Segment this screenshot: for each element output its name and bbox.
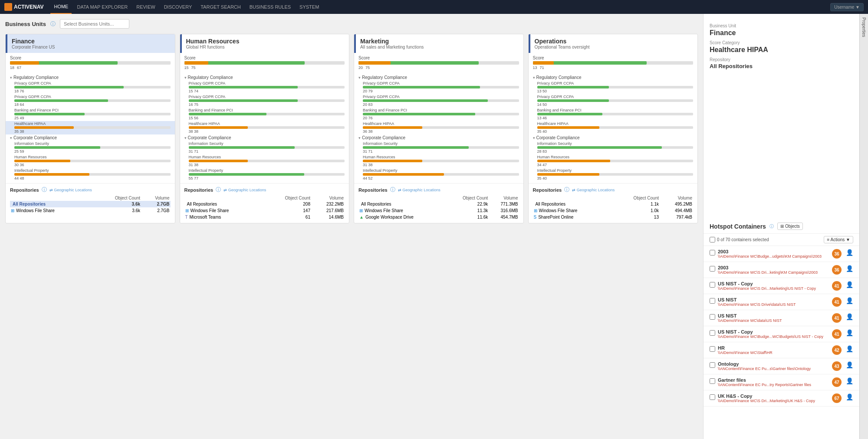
- category-label-marketing-0: ▾ Regulatory Compliance: [358, 75, 519, 80]
- person-icon-5[interactable]: 👤: [846, 329, 853, 336]
- nav-discovery[interactable]: DISCOVERY: [161, 0, 196, 14]
- col-name-marketing: [358, 195, 446, 201]
- repo-row-hr-2[interactable]: TMicrosoft Teams 61 14.6MB: [184, 214, 345, 220]
- repo-row-marketing-0[interactable]: All Repositories 22.9k 771.3MB: [358, 201, 519, 207]
- person-icon-3[interactable]: 👤: [846, 297, 853, 304]
- score-bar-marketing: [358, 61, 519, 65]
- actions-button[interactable]: ≡ Actions ▼: [824, 236, 853, 243]
- expand-icon-hr-1[interactable]: ▾: [184, 136, 187, 140]
- nav-review[interactable]: REVIEW: [133, 0, 158, 14]
- expand-icon-marketing-1[interactable]: ▾: [358, 136, 361, 140]
- objects-button[interactable]: ⊞ Objects: [777, 223, 803, 230]
- repo-row-hr-1[interactable]: ⊞Windows File Share 147 217.6MB: [184, 207, 345, 214]
- nav-data-map[interactable]: DATA MAP EXPLORER: [73, 0, 131, 14]
- hotspot-item: 2003 \\AIDemo\Finance WC\S Dri...keting\…: [704, 262, 859, 278]
- hotspot-checkbox-4[interactable]: [710, 314, 715, 320]
- person-icon-6[interactable]: 👤: [846, 345, 853, 352]
- geo-link-marketing[interactable]: ⇄ Geographic Locations: [398, 188, 441, 192]
- repo-row-marketing-2[interactable]: ▲Google Workspace Drive 11.6k 454.7MB: [358, 214, 519, 220]
- hotspot-checkbox-5[interactable]: [710, 330, 715, 336]
- repo-row-marketing-1[interactable]: ⊞Windows File Share 11.3k 316.6MB: [358, 207, 519, 214]
- person-icon-2[interactable]: 👤: [846, 281, 853, 288]
- sub-bar-marketing-1-0: [363, 146, 519, 149]
- hotspot-info-7: Ontology \\ANContent\Finance EC Pu...s\G…: [718, 361, 829, 371]
- properties-tab[interactable]: Properties: [859, 14, 868, 439]
- sub-bar-hr-1-0: [189, 146, 345, 149]
- hotspot-item: US NIST \\AIDemo\Finance WC\S Drive\data…: [704, 294, 859, 310]
- hotspot-checkbox-1[interactable]: [710, 266, 715, 272]
- hotspot-badge-0: 36: [832, 249, 842, 259]
- repos-header-marketing: Repositories ⓘ ⇄ Geographic Locations: [358, 186, 519, 193]
- col-count-hr: Object Count: [264, 195, 311, 201]
- card-operations: Operations Operational Teams oversight S…: [528, 34, 698, 223]
- hotspot-path-7: \\ANContent\Finance EC Pu...s\Gartner fi…: [718, 367, 829, 371]
- select-all-checkbox[interactable]: [710, 237, 715, 242]
- hotspot-checkbox-2[interactable]: [710, 282, 715, 288]
- bu-info-icon[interactable]: ⓘ: [50, 20, 56, 28]
- category-label-finance-1: ▾ Corporate Compliance: [10, 135, 171, 140]
- person-icon-9[interactable]: 👤: [846, 393, 853, 400]
- sub-row-hr-0-0: Privacy GDPR CCPA 15 74: [180, 81, 349, 94]
- card-header-hr[interactable]: Human Resources Global HR functions: [180, 34, 349, 53]
- person-icon-0[interactable]: 👤: [846, 249, 853, 256]
- repo-row-operations-0[interactable]: All Repositories 1.1k 495.2MB: [533, 201, 694, 207]
- expand-icon-marketing-0[interactable]: ▾: [358, 75, 361, 80]
- sub-nums-hr-0-1: 16 75: [189, 102, 345, 107]
- sub-bar-marketing-1-1: [363, 160, 519, 162]
- expand-icon-operations-0[interactable]: ▾: [533, 75, 535, 80]
- hotspot-checkbox-3[interactable]: [710, 298, 715, 304]
- hotspot-badge-9: 67: [832, 393, 842, 403]
- hotspot-checkbox-6[interactable]: [710, 346, 715, 352]
- sub-nums-finance-1-0: 25 59: [14, 149, 171, 154]
- repo-row-hr-0[interactable]: All Repositories 208 232.2MB: [184, 201, 345, 207]
- hotspot-checkbox-0[interactable]: [710, 250, 715, 256]
- nav-home[interactable]: HOME: [50, 0, 72, 14]
- sub-row-hr-1-0: Information Security 31 71: [180, 141, 349, 154]
- repo-row-finance-0[interactable]: All Repositories 3.6k 2.7GB: [10, 201, 171, 207]
- expand-icon-operations-1[interactable]: ▾: [533, 136, 535, 140]
- user-button[interactable]: Username ▼: [830, 3, 864, 11]
- repo-row-finance-1[interactable]: ⊞Windows File Share 3.6k 2.7GB: [10, 207, 171, 214]
- repos-info-icon-hr[interactable]: ⓘ: [216, 186, 221, 193]
- sub-row-marketing-1-0: Information Security 31 71: [354, 141, 523, 154]
- sub-label-hr-0-1: Privacy GDPR CCPA: [189, 95, 345, 99]
- nav-business-rules[interactable]: BUSINESS RULES: [246, 0, 294, 14]
- repos-info-icon-finance[interactable]: ⓘ: [42, 186, 47, 193]
- sub-label-marketing-1-1: Human Resources: [363, 155, 519, 159]
- repos-table-marketing: Object Count Volume All Repositories 22.…: [358, 195, 519, 220]
- sub-row-marketing-0-2: Banking and Finance PCI 20 76: [354, 108, 523, 121]
- repos-info-icon-operations[interactable]: ⓘ: [564, 186, 569, 193]
- brand-icon: [4, 3, 12, 11]
- sub-row-marketing-1-1: Human Resources 31 38: [354, 154, 523, 168]
- geo-link-finance[interactable]: ⇄ Geographic Locations: [49, 188, 92, 192]
- card-header-marketing[interactable]: Marketing All sales and Marketing functi…: [354, 34, 523, 53]
- repo-row-operations-1[interactable]: ⊞Windows File Share 1.0k 494.4MB: [533, 207, 694, 214]
- score-label-marketing: Score: [358, 56, 519, 60]
- expand-icon-finance-0[interactable]: ▾: [10, 75, 12, 80]
- hotspot-title: Hotspot Containers: [710, 223, 766, 230]
- hotspot-checkbox-9[interactable]: [710, 394, 715, 400]
- col-name-finance: [10, 195, 92, 201]
- geo-link-hr[interactable]: ⇄ Geographic Locations: [224, 188, 266, 192]
- repos-info-icon-marketing[interactable]: ⓘ: [390, 186, 395, 193]
- geo-link-operations[interactable]: ⇄ Geographic Locations: [572, 188, 615, 192]
- hotspot-info-icon[interactable]: ⓘ: [769, 223, 774, 229]
- card-header-finance[interactable]: Finance Corporate Finance US: [6, 34, 175, 53]
- nav-target-search[interactable]: TARGET SEARCH: [197, 0, 244, 14]
- sub-bar-finance-1-1: [14, 160, 171, 162]
- sub-bar-operations-0-0: [537, 86, 694, 88]
- hotspot-checkbox-8[interactable]: [710, 378, 715, 384]
- card-header-operations[interactable]: Operations Operational Teams oversight: [529, 34, 698, 53]
- person-icon-4[interactable]: 👤: [846, 313, 853, 320]
- nav-system[interactable]: SYSTEM: [296, 0, 322, 14]
- bu-select-input[interactable]: [60, 19, 129, 29]
- expand-icon-finance-1[interactable]: ▾: [10, 136, 12, 140]
- hotspot-checkbox-7[interactable]: [710, 362, 715, 368]
- person-icon-8[interactable]: 👤: [846, 377, 853, 384]
- repo-row-operations-2[interactable]: SSharePoint Online 13 797.4kB: [533, 214, 694, 220]
- person-icon-7[interactable]: 👤: [846, 361, 853, 368]
- person-icon-1[interactable]: 👤: [846, 265, 853, 272]
- category-label-hr-0: ▾ Regulatory Compliance: [184, 75, 345, 80]
- expand-icon-hr-0[interactable]: ▾: [184, 75, 187, 80]
- score-label-hr: Score: [184, 56, 345, 60]
